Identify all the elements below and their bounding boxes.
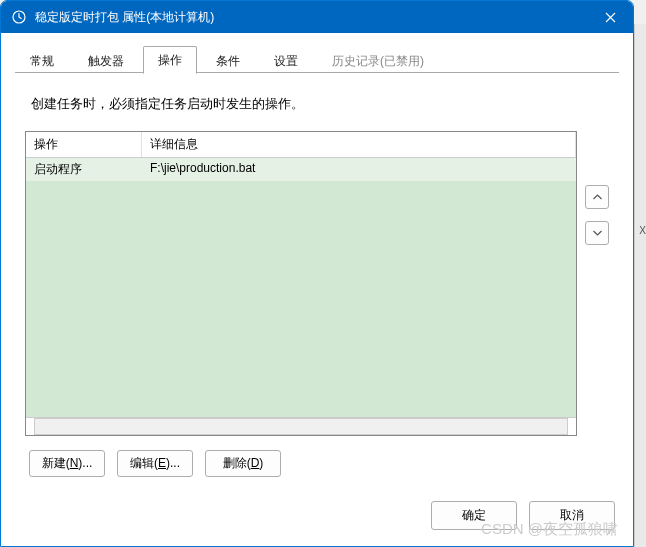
close-icon <box>605 12 616 23</box>
tab-triggers[interactable]: 触发器 <box>73 47 139 74</box>
list-row[interactable]: 启动程序 F:\jie\production.bat <box>26 158 576 181</box>
header-action[interactable]: 操作 <box>26 132 142 157</box>
dialog-window: 稳定版定时打包 属性(本地计算机) 常规 触发器 操作 条件 设置 历史记录(已… <box>0 0 634 547</box>
edit-button[interactable]: 编辑(E)... <box>117 450 193 477</box>
header-detail[interactable]: 详细信息 <box>142 132 576 157</box>
dialog-body: 常规 触发器 操作 条件 设置 历史记录(已禁用) 创建任务时，必须指定任务启动… <box>1 33 633 487</box>
cell-action: 启动程序 <box>26 158 142 181</box>
tab-content: 创建任务时，必须指定任务启动时发生的操作。 操作 详细信息 启动程序 F:\ji… <box>15 73 619 487</box>
list-body[interactable]: 启动程序 F:\jie\production.bat <box>26 158 576 418</box>
background-strip <box>634 24 646 547</box>
tab-settings[interactable]: 设置 <box>259 47 313 74</box>
horizontal-scrollbar[interactable] <box>34 418 568 435</box>
chevron-down-icon <box>593 230 602 236</box>
tab-history[interactable]: 历史记录(已禁用) <box>317 47 439 74</box>
list-area: 操作 详细信息 启动程序 F:\jie\production.bat <box>25 131 609 436</box>
instruction-text: 创建任务时，必须指定任务启动时发生的操作。 <box>31 95 609 113</box>
titlebar: 稳定版定时打包 属性(本地计算机) <box>1 1 633 33</box>
actions-listbox[interactable]: 操作 详细信息 启动程序 F:\jie\production.bat <box>25 131 577 436</box>
action-buttons-row: 新建(N)... 编辑(E)... 删除(D) <box>29 450 609 477</box>
tab-conditions[interactable]: 条件 <box>201 47 255 74</box>
move-up-button[interactable] <box>585 185 609 209</box>
delete-button[interactable]: 删除(D) <box>205 450 281 477</box>
tab-general[interactable]: 常规 <box>15 47 69 74</box>
cell-detail: F:\jie\production.bat <box>142 158 576 181</box>
dialog-footer: 确定 取消 <box>1 487 633 546</box>
reorder-buttons <box>585 131 609 436</box>
edge-mark: X <box>639 225 646 236</box>
ok-button[interactable]: 确定 <box>431 501 517 530</box>
cancel-button[interactable]: 取消 <box>529 501 615 530</box>
tab-bar: 常规 触发器 操作 条件 设置 历史记录(已禁用) <box>15 45 619 73</box>
clock-icon <box>11 9 27 25</box>
window-title: 稳定版定时打包 属性(本地计算机) <box>35 9 587 26</box>
new-button[interactable]: 新建(N)... <box>29 450 105 477</box>
move-down-button[interactable] <box>585 221 609 245</box>
tab-actions[interactable]: 操作 <box>143 46 197 74</box>
chevron-up-icon <box>593 194 602 200</box>
close-button[interactable] <box>587 1 633 33</box>
list-header: 操作 详细信息 <box>26 132 576 158</box>
